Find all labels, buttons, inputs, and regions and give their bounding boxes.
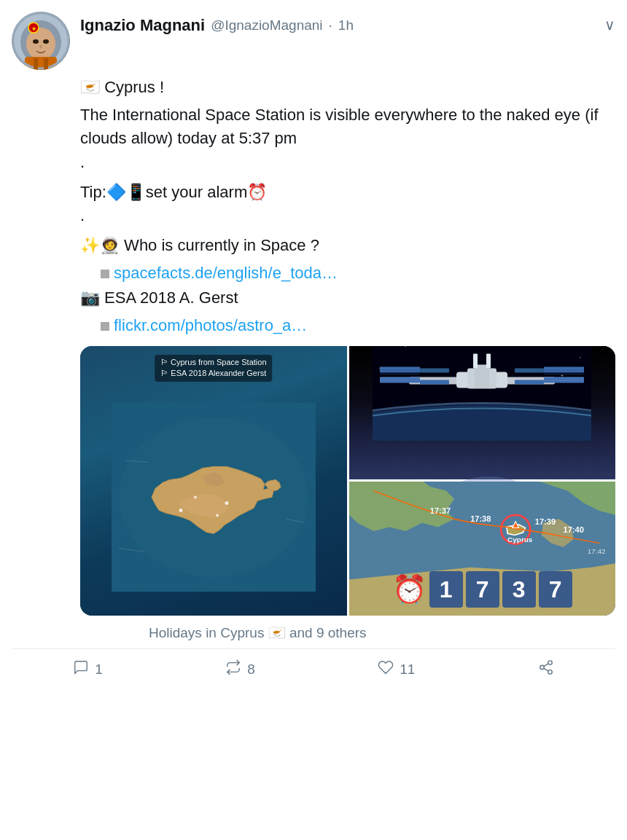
dot-line-1: · xyxy=(80,154,615,178)
digit-1: 1 xyxy=(429,571,463,608)
reactions-text: Holidays in Cyprus 🇨🇾 and 9 others xyxy=(149,623,367,643)
cyprus-island-shape xyxy=(112,402,316,598)
svg-point-25 xyxy=(580,357,581,358)
svg-text:17:37: 17:37 xyxy=(429,506,450,515)
link1-block: spacefacts.de/english/e_toda… xyxy=(80,262,615,285)
tweet-body: 🇨🇾 Cyprus ! The International Space Stat… xyxy=(80,76,615,643)
svg-text:17:40: 17:40 xyxy=(563,526,583,535)
svg-text:17:38: 17:38 xyxy=(470,514,491,523)
display-name: Ignazio Magnani xyxy=(80,16,205,35)
reply-action[interactable]: 1 xyxy=(73,659,103,680)
avatar[interactable]: ★ xyxy=(12,12,70,70)
svg-line-67 xyxy=(544,669,548,672)
svg-point-66 xyxy=(548,670,553,675)
dot-separator: · xyxy=(329,17,332,34)
share-action[interactable] xyxy=(538,659,554,680)
svg-rect-53 xyxy=(486,354,491,369)
dot-line-2: · xyxy=(80,208,615,231)
action-row: 1 8 11 xyxy=(12,648,615,690)
name-row: Ignazio Magnani @IgnazioMagnani · 1h xyxy=(80,16,604,35)
like-action[interactable]: 11 xyxy=(378,659,415,680)
svg-point-8 xyxy=(39,45,42,49)
svg-text:Cyprus: Cyprus xyxy=(507,536,533,544)
retweet-icon xyxy=(225,659,241,680)
spacefacts-link[interactable]: spacefacts.de/english/e_toda… xyxy=(114,264,338,282)
cyprus-satellite-image[interactable]: 🏳 Cyprus from Space Station🏳 ESA 2018 Al… xyxy=(80,346,347,616)
svg-point-27 xyxy=(561,375,563,377)
tweet-header: ★ Ignazio Magnani @ xyxy=(12,12,615,70)
svg-text:17:39: 17:39 xyxy=(534,517,555,526)
more-options-chevron[interactable]: ∨ xyxy=(604,12,615,34)
tweet-line-2: The International Space Station is visib… xyxy=(80,103,615,150)
who-line: ✨🧑‍🚀 Who is currently in Space ? xyxy=(80,234,615,257)
iss-structure xyxy=(373,346,591,447)
small-square-icon xyxy=(101,270,109,278)
small-square-icon-2 xyxy=(101,322,109,331)
tweet-container: ★ Ignazio Magnani @ xyxy=(0,0,627,690)
svg-rect-51 xyxy=(515,380,544,385)
svg-rect-11 xyxy=(44,58,48,70)
svg-line-68 xyxy=(544,664,548,667)
svg-rect-32 xyxy=(380,377,420,383)
svg-point-6 xyxy=(33,39,39,44)
flickr-link[interactable]: flickr.com/photos/astro_a… xyxy=(114,316,307,334)
reactions-row: Holidays in Cyprus 🇨🇾 and 9 others xyxy=(149,623,615,643)
esa-line: 📷 ESA 2018 A. Gerst xyxy=(80,286,615,310)
reply-icon xyxy=(73,659,89,680)
timestamp: 1h xyxy=(338,17,354,34)
svg-rect-10 xyxy=(34,58,38,70)
digit-2: 7 xyxy=(466,571,499,608)
svg-point-15 xyxy=(225,501,228,505)
svg-point-17 xyxy=(194,495,197,498)
link2-block: flickr.com/photos/astro_a… xyxy=(80,314,615,337)
reply-count: 1 xyxy=(95,662,103,678)
svg-rect-50 xyxy=(515,369,544,373)
avatar-image: ★ xyxy=(12,12,70,70)
retweet-count: 8 xyxy=(247,662,255,678)
retweet-action[interactable]: 8 xyxy=(225,659,255,680)
svg-point-65 xyxy=(540,666,545,670)
alarm-clock-icon: ⏰ xyxy=(392,570,427,610)
iss-image[interactable] xyxy=(349,346,616,480)
svg-rect-52 xyxy=(473,354,478,369)
svg-point-16 xyxy=(216,514,219,517)
svg-rect-39 xyxy=(544,377,584,383)
svg-text:★: ★ xyxy=(31,25,36,32)
digit-4: 7 xyxy=(539,571,572,608)
cyprus-image-label: 🏳 Cyprus from Space Station🏳 ESA 2018 Al… xyxy=(155,355,273,382)
svg-text:17:42: 17:42 xyxy=(587,547,605,555)
like-count: 11 xyxy=(400,662,415,678)
countdown-display: ⏰ 1 7 3 7 xyxy=(349,570,616,610)
svg-point-14 xyxy=(179,509,182,512)
svg-rect-48 xyxy=(420,369,449,373)
svg-rect-49 xyxy=(420,380,449,385)
tip-line: Tip:🔷📱set your alarm⏰ xyxy=(80,181,615,204)
digit-3: 3 xyxy=(502,571,536,608)
header-info: Ignazio Magnani @IgnazioMagnani · 1h xyxy=(80,12,604,35)
svg-point-7 xyxy=(43,39,49,44)
username[interactable]: @IgnazioMagnani xyxy=(211,17,322,34)
tweet-line-1: 🇨🇾 Cyprus ! xyxy=(80,76,615,99)
share-icon xyxy=(538,659,554,680)
images-grid[interactable]: 🏳 Cyprus from Space Station🏳 ESA 2018 Al… xyxy=(80,346,615,616)
svg-point-64 xyxy=(548,661,553,665)
iss-tracking-map[interactable]: 17:37 17:38 17:39 17:40 17:42 Cyprus ⏰ 1… xyxy=(349,482,616,616)
like-icon xyxy=(378,659,394,680)
